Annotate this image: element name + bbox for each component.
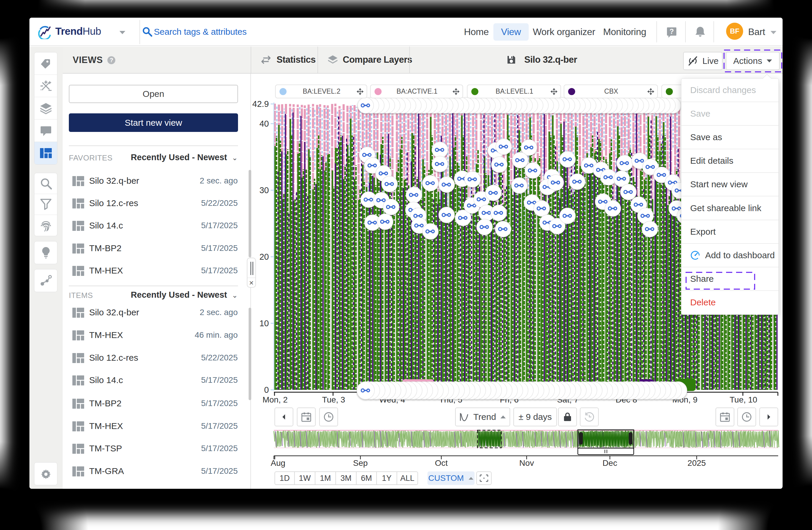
svg-text:Dec: Dec (603, 458, 617, 468)
svg-text:Tue, 3: Tue, 3 (322, 395, 345, 404)
svg-text:40: 40 (260, 119, 269, 128)
svg-text:?: ? (670, 27, 674, 35)
svg-text:Aug: Aug (271, 458, 285, 468)
svg-text:Mon, 2: Mon, 2 (262, 395, 288, 404)
svg-text:Sep: Sep (353, 458, 368, 468)
svg-text:Oct: Oct (435, 458, 448, 468)
svg-text:Tue, 10: Tue, 10 (730, 395, 757, 404)
svg-text:2025: 2025 (687, 458, 706, 468)
svg-text:20: 20 (260, 252, 269, 262)
svg-text:0: 0 (264, 385, 269, 394)
svg-text:Nov: Nov (519, 458, 534, 468)
svg-text:30: 30 (260, 185, 269, 195)
svg-text:42.9: 42.9 (252, 99, 269, 109)
svg-text:10: 10 (260, 319, 269, 328)
